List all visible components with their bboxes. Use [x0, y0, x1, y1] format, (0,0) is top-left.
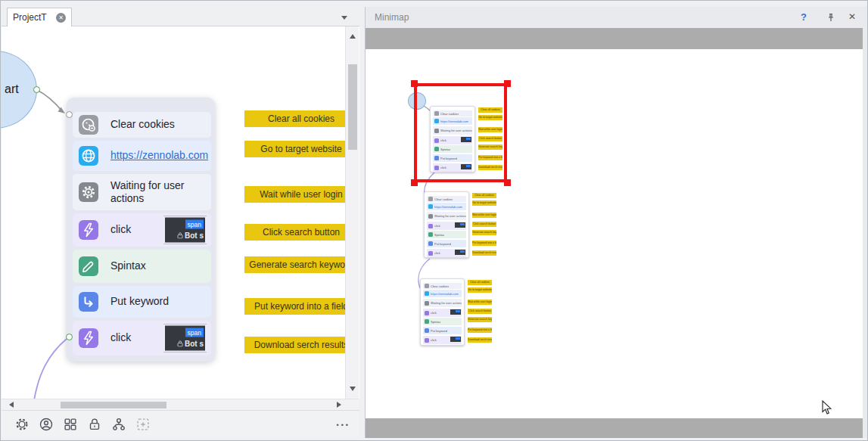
gear-icon[interactable]: [14, 416, 30, 433]
start-output-port[interactable]: [33, 86, 40, 93]
comment-note[interactable]: Generate search keyword: [244, 256, 358, 273]
action-label: Put keyword: [110, 295, 169, 309]
action-row-goto-url[interactable]: https://zennolab.com: [73, 141, 211, 171]
horizontal-scrollbar[interactable]: [2, 399, 359, 410]
app-window: ProjectT ✕ art Clear cookies https://zen…: [0, 0, 868, 441]
minimap-action-row: Clear cookies: [423, 283, 462, 289]
mouse-cursor: [822, 400, 832, 416]
minimap-action-label: Waiting for user actions: [434, 214, 466, 218]
lightning-icon: [428, 224, 433, 228]
minimap-thumbnail-chip: [460, 250, 465, 253]
cookie-icon: [79, 115, 98, 135]
minimap-action-row: click: [423, 336, 462, 344]
pencil-icon: [428, 232, 433, 237]
action-row-waiting-user[interactable]: Waiting for user actions: [73, 174, 211, 210]
arrow-down-right-icon: [428, 241, 433, 246]
thumbnail-caption: Bot s: [177, 231, 204, 240]
lightning-icon: [79, 328, 98, 348]
scroll-left-arrow[interactable]: [6, 402, 14, 408]
viewport-handle[interactable]: [504, 179, 511, 186]
minimap-group: Clear cookieshttps://zennolab.comWaiting…: [420, 278, 465, 346]
thumbnail-text: Bot s: [185, 231, 204, 240]
close-icon[interactable]: ✕: [56, 13, 66, 23]
vertical-scrollbar-thumb[interactable]: [348, 64, 357, 150]
minimap-comment: Wait while user login: [472, 213, 496, 218]
minimap-action-row: click: [427, 222, 466, 230]
minimap-comment: Clear all cookies: [472, 193, 496, 198]
minimap-comment: Generate search keyword: [472, 230, 496, 235]
minimap-panel: Minimap ? ✕ Clear cookieshttps://zennola…: [365, 7, 868, 438]
action-url-link[interactable]: https://zennolab.com: [110, 149, 208, 163]
minimap-action-label: click: [431, 311, 437, 315]
comment-note[interactable]: Download serch results: [244, 337, 358, 353]
group-output-port[interactable]: [66, 334, 73, 340]
action-row-clear-cookies[interactable]: Clear cookies: [73, 112, 211, 138]
minimap-thumbnail: [455, 222, 465, 228]
cookie-icon: [428, 197, 433, 201]
span-tag-badge: span: [185, 328, 204, 337]
action-row-click-1[interactable]: click span Bot s: [73, 213, 211, 247]
minimap-action-label: Put keyword: [431, 329, 447, 333]
minimap-action-row: Spintax: [427, 231, 466, 238]
viewport-handle[interactable]: [411, 179, 418, 186]
action-row-click-2[interactable]: click span Bot s: [73, 321, 211, 356]
comment-note[interactable]: Go to target website: [244, 141, 358, 157]
grid-icon[interactable]: [62, 416, 79, 433]
minimap-thumbnail-chip: [456, 310, 460, 312]
arrow-down-right-icon: [425, 328, 429, 333]
element-screenshot-thumbnail: span Bot s: [163, 216, 207, 244]
viewport-handle[interactable]: [504, 80, 511, 87]
scroll-right-arrow[interactable]: [337, 402, 344, 408]
minimap-action-row: Waiting for user actions: [423, 299, 462, 307]
minimap-thumbnail: [450, 309, 461, 315]
ellipsis-icon[interactable]: •••: [337, 421, 350, 429]
comment-note[interactable]: Clear all cookies: [244, 110, 358, 127]
lock-icon: [177, 232, 183, 239]
minimap-action-row: https://zennolab.com: [423, 290, 462, 297]
minimap-viewport-rect[interactable]: [414, 83, 507, 182]
cookie-icon: [425, 284, 429, 288]
minimap-action-label: Put keyword: [434, 242, 451, 246]
horizontal-scrollbar-thumb[interactable]: [61, 402, 166, 408]
minimap-action-label: Spintax: [434, 233, 444, 237]
group-input-port[interactable]: [66, 111, 73, 118]
minimap-action-label: click: [434, 251, 440, 255]
minimap-comment: Download serch results: [468, 337, 492, 343]
chevron-down-icon[interactable]: [341, 16, 347, 23]
thumbnail-caption: Bot s: [177, 340, 204, 348]
minimap-thumbnail-chip: [456, 337, 460, 340]
start-node-label: art: [5, 82, 19, 96]
add-region-icon[interactable]: [135, 416, 151, 433]
lightning-icon: [425, 338, 429, 343]
thumbnail-text: Bot s: [185, 340, 204, 348]
minimap-comment: Go to target website: [472, 200, 496, 206]
comment-note[interactable]: Click search button: [244, 224, 358, 241]
gear-icon: [425, 301, 429, 306]
lock-icon: [177, 340, 183, 347]
span-tag-badge: span: [185, 220, 204, 229]
comment-note[interactable]: Wait while user login: [244, 186, 358, 203]
action-label: Waiting for user actions: [110, 179, 201, 206]
tab-title: ProjectT: [13, 12, 56, 23]
viewport-handle[interactable]: [411, 80, 418, 87]
hierarchy-icon[interactable]: [110, 416, 127, 433]
gear-icon: [79, 182, 98, 202]
minimap-comment: Go to target website: [468, 287, 492, 293]
minimap-comment: Download serch results: [472, 250, 496, 256]
lock-icon[interactable]: [86, 416, 103, 433]
comment-note[interactable]: Put keyword into a field: [244, 298, 358, 315]
minimap-action-row: Put keyword: [427, 240, 466, 247]
minimap-canvas[interactable]: Clear cookieshttps://zennolab.comWaiting…: [366, 7, 868, 438]
action-row-put-keyword[interactable]: Put keyword: [73, 286, 211, 318]
user-icon[interactable]: [38, 416, 54, 433]
action-row-spintax[interactable]: Spintax: [73, 250, 211, 283]
minimap-thumbnail: [455, 250, 465, 255]
scroll-down-arrow[interactable]: [350, 387, 356, 394]
minimap-comment: Click search button: [468, 309, 492, 314]
vertical-scrollbar[interactable]: [345, 26, 359, 399]
globe-icon: [79, 146, 98, 166]
scroll-up-arrow[interactable]: [350, 31, 356, 39]
lightning-icon: [425, 311, 429, 315]
tab-projectt[interactable]: ProjectT ✕: [7, 8, 72, 26]
action-label: click: [110, 223, 131, 237]
